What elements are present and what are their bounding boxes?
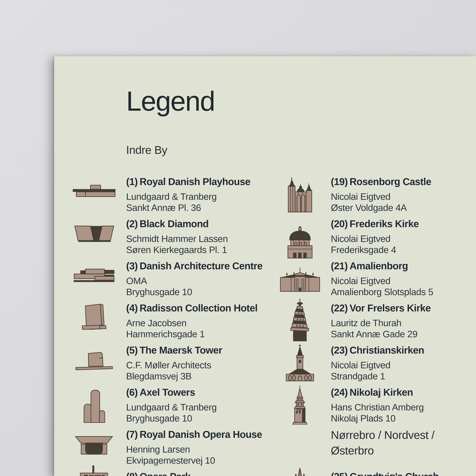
vor-frelsers-kirke-icon [290,299,310,341]
entry-details: Lundgaard & TranbergBryghusgade 10 [126,402,217,424]
entry-name: Christianskirken [350,345,424,356]
entry-name: Grundtvig's Church [350,471,439,476]
entry-details: Nicolai EigtvedØster Voldgade 4A [331,191,407,213]
entry-architect: Hans Christian Amberg [331,402,424,413]
entry-title: (6)Axel Towers [126,386,195,398]
entry-number: (5) [126,345,138,356]
entry-address: Frederiksgade 4 [331,244,396,255]
entry-title: (20)Frederiks Kirke [331,218,419,230]
amalienborg-icon [279,267,321,292]
entry-number: (1) [126,176,138,187]
entry-details: Lauritz de ThurahSankt Annæ Gade 29 [331,318,417,340]
entry-name: Axel Towers [140,387,195,398]
entry-name: Amalienborg [350,260,408,272]
entry-architect: Lundgaard & Tranberg [126,191,217,202]
entry-name: Nikolaj Kirken [350,387,413,398]
entry-details: C.F. Møller ArchitectsBlegdamsvej 3B [126,360,211,382]
nikolaj-kirken-icon [290,385,309,425]
entry-title: (2)Black Diamond [126,218,209,230]
entry-title: (8)Opera Park [126,471,190,476]
entry-address: Søren Kierkegaards Pl. 1 [126,244,228,255]
entry-name: Royal Danish Playhouse [140,176,250,187]
entry-title: (3)Danish Architecture Centre [126,260,262,272]
entry-details: Hans Christian AmbergNikolaj Plads 10 [331,402,424,424]
entry-address: Øster Voldgade 4A [331,202,407,213]
entry-details: Henning LarsenEkvipagemestervej 10 [126,444,215,466]
entry-name: Vor Frelsers Kirke [350,303,431,314]
entry-title: (4)Radisson Collection Hotel [126,302,257,314]
entry-number: (2) [126,218,138,229]
entry-title: (25)Grundtvig's Church [331,471,439,476]
entry-name: Royal Danish Opera House [140,429,262,440]
poster-title: Legend [126,87,215,115]
entry-title: (5)The Maersk Tower [126,344,222,356]
entry-title: (21)Amalienborg [331,260,408,272]
entry-title: (23)Christianskirken [331,344,424,356]
entry-name: The Maersk Tower [140,345,222,356]
entry-number: (20) [331,218,348,229]
entry-address: Sankt Annæ Pl. 36 [126,202,217,213]
entry-details: Schmidt Hammer LassenSøren Kierkegaards … [126,233,228,255]
entry-address: Strandgade 1 [331,371,391,382]
entry-title: (24)Nikolaj Kirken [331,386,413,398]
entry-address: Blegdamsvej 3B [126,371,211,382]
entry-number: (22) [331,303,348,314]
legend-poster: Legend Indre By Nørrebro / Nordvest / Øs… [54,56,476,476]
frederiks-kirke-icon [286,226,314,259]
entry-details: Nicolai EigtvedFrederiksgade 4 [331,233,396,255]
entry-name: Black Diamond [140,218,209,229]
entry-title: (1)Royal Danish Playhouse [126,176,250,188]
entry-architect: Nicolai Eigtved [331,275,433,287]
entry-number: (7) [126,429,138,440]
entry-number: (8) [126,471,138,476]
opera-park-icon [80,465,108,476]
entry-address: Ekvipagemestervej 10 [126,455,215,466]
entry-address: Bryghusgade 10 [126,413,217,424]
black-diamond-icon [73,225,115,244]
axel-towers-icon [83,389,105,423]
architecture-centre-icon [73,269,115,285]
entry-details: Arne JacobsenHammerichsgade 1 [126,318,205,340]
playhouse-icon [72,185,116,199]
entry-architect: Nicolai Eigtved [331,191,407,202]
entry-details: Nicolai EigtvedAmalienborg Slotsplads 5 [331,275,433,298]
entry-details: OMABryghusgade 10 [126,275,192,298]
entry-address: Nikolaj Plads 10 [331,413,424,424]
entry-name: Radisson Collection Hotel [140,303,257,314]
section-label-indre-by: Indre By [126,144,167,156]
entry-architect: OMA [126,275,192,287]
entry-name: Opera Park [140,471,190,476]
entry-name: Rosenborg Castle [350,176,431,187]
entry-name: Danish Architecture Centre [140,260,262,272]
entry-number: (25) [331,471,348,476]
entry-address: Bryghusgade 10 [126,287,192,298]
entry-details: Nicolai EigtvedStrandgade 1 [331,360,391,382]
entry-architect: C.F. Møller Architects [126,360,211,371]
christianskirken-icon [285,344,315,381]
opera-house-icon [75,436,113,459]
entry-architect: Lundgaard & Tranberg [126,402,217,413]
entry-architect: Schmidt Hammer Lassen [126,233,228,244]
entry-title: (22)Vor Frelsers Kirke [331,302,431,314]
entry-number: (19) [331,176,348,187]
entry-architect: Lauritz de Thurah [331,318,417,329]
rosenborg-castle-icon [287,177,313,212]
grundtvig-church-icon [288,468,312,476]
entry-address: Amalienborg Slotsplads 5 [331,287,433,298]
maersk-tower-icon [75,352,113,377]
entry-address: Sankt Annæ Gade 29 [331,329,417,340]
entry-title: (7)Royal Danish Opera House [126,428,262,441]
page-background: { "poster": { "title": "Legend", "sectio… [0,0,476,476]
entry-number: (3) [126,260,138,272]
entry-number: (23) [331,345,348,356]
entry-title: (19)Rosenborg Castle [331,176,431,188]
entry-address: Hammerichsgade 1 [126,329,205,340]
entry-architect: Henning Larsen [126,444,215,455]
entry-name: Frederiks Kirke [350,218,419,229]
radisson-tower-icon [82,304,106,335]
entry-number: (21) [331,260,348,272]
entry-number: (4) [126,303,138,314]
entry-architect: Nicolai Eigtved [331,233,396,244]
entry-number: (6) [126,387,138,398]
section-label-norrebro: Nørrebro / Nordvest / Østerbro [331,427,457,459]
